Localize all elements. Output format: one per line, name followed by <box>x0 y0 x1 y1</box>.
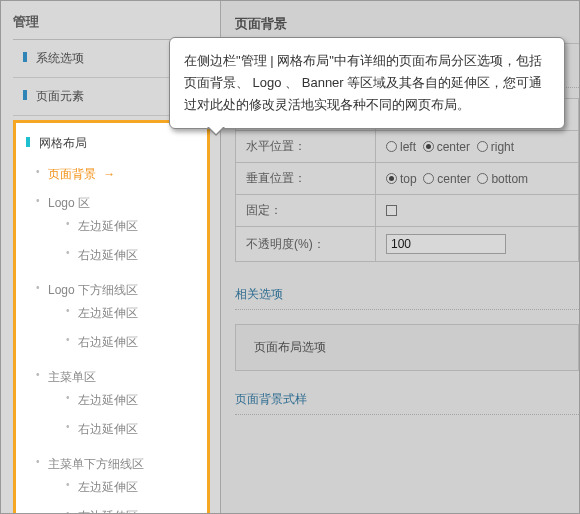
table-row: 垂直位置： top center bottom <box>236 163 579 195</box>
option-label: top <box>400 172 417 186</box>
tree-item-logo-area[interactable]: Logo 区 左边延伸区 右边延伸区 <box>34 189 199 276</box>
tree-item[interactable]: 左边延伸区 <box>64 212 199 241</box>
table-row: 水平位置： left center right <box>236 131 579 163</box>
radio-v-bottom[interactable] <box>477 173 488 184</box>
option-label: bottom <box>491 172 528 186</box>
row-value <box>376 195 579 227</box>
sidebar-group-title-row[interactable]: 网格布局 <box>24 129 199 160</box>
tree-item-label: 左边延伸区 <box>78 306 138 320</box>
arrow-right-icon: → <box>103 167 115 181</box>
tree-item-label: 左边延伸区 <box>78 480 138 494</box>
tree-item-label: 主菜单区 <box>48 370 96 384</box>
tree-item-label: 右边延伸区 <box>78 422 138 436</box>
sidebar-title: 管理 <box>13 9 210 40</box>
tree-item-label: 页面背景 <box>48 167 96 181</box>
option-label: left <box>400 140 416 154</box>
row-label: 水平位置： <box>236 131 376 163</box>
checkbox-fixed[interactable] <box>386 205 397 216</box>
bullet-icon <box>26 137 30 147</box>
tree-item-label: 左边延伸区 <box>78 393 138 407</box>
radio-h-left[interactable] <box>386 141 397 152</box>
option-label: center <box>437 172 470 186</box>
radio-v-top[interactable] <box>386 173 397 184</box>
option-label: center <box>437 140 470 154</box>
tree-item-page-background[interactable]: 页面背景 → <box>34 160 199 189</box>
section-title-bg-style: 页面背景式样 <box>235 385 579 415</box>
tree-item-main-menu-area[interactable]: 主菜单区 左边延伸区 右边延伸区 <box>34 363 199 450</box>
tree-item-main-menu-line-area[interactable]: 主菜单下方细线区 左边延伸区 右边延伸区 <box>34 450 199 513</box>
row-value: left center right <box>376 131 579 163</box>
tree-item[interactable]: 左边延伸区 <box>64 473 199 502</box>
related-options-panel: 页面布局选项 <box>235 324 579 371</box>
sidebar-item-label: 系统选项 <box>36 51 84 65</box>
opacity-input[interactable] <box>386 234 506 254</box>
tree-item[interactable]: 右边延伸区 <box>64 502 199 513</box>
tree-item-label: 右边延伸区 <box>78 248 138 262</box>
tree-item[interactable]: 右边延伸区 <box>64 328 199 357</box>
row-label: 固定： <box>236 195 376 227</box>
section-title-related: 相关选项 <box>235 280 579 310</box>
tree-item-label: 主菜单下方细线区 <box>48 457 144 471</box>
help-tooltip: 在侧边栏"管理 | 网格布局"中有详细的页面布局分区选项，包括页面背景、 Log… <box>169 37 565 129</box>
row-label: 不透明度(%)： <box>236 227 376 262</box>
tree-item-logo-line-area[interactable]: Logo 下方细线区 左边延伸区 右边延伸区 <box>34 276 199 363</box>
table-row: 固定： <box>236 195 579 227</box>
row-label: 垂直位置： <box>236 163 376 195</box>
tree-item[interactable]: 左边延伸区 <box>64 386 199 415</box>
tree-item-label: 右边延伸区 <box>78 509 138 513</box>
option-label: right <box>491 140 514 154</box>
sidebar-item-label: 页面元素 <box>36 89 84 103</box>
bullet-icon <box>23 90 27 100</box>
tooltip-text: 在侧边栏"管理 | 网格布局"中有详细的页面布局分区选项，包括页面背景、 Log… <box>184 53 542 112</box>
table-row: 不透明度(%)： <box>236 227 579 262</box>
bullet-icon <box>23 52 27 62</box>
tree-item-label: Logo 下方细线区 <box>48 283 138 297</box>
radio-h-center[interactable] <box>423 141 434 152</box>
sidebar-group-grid-layout: 网格布局 页面背景 → Logo 区 左边延伸区 右边延伸区 <box>13 120 210 513</box>
sidebar-tree: 页面背景 → Logo 区 左边延伸区 右边延伸区 Logo 下方细线区 左边 <box>24 160 199 513</box>
tree-item-label: Logo 区 <box>48 196 90 210</box>
row-value <box>376 227 579 262</box>
page-layout-options-button[interactable]: 页面布局选项 <box>254 340 326 354</box>
row-value: top center bottom <box>376 163 579 195</box>
sidebar-group-title: 网格布局 <box>39 136 87 150</box>
tree-item[interactable]: 右边延伸区 <box>64 415 199 444</box>
radio-h-right[interactable] <box>477 141 488 152</box>
tree-item[interactable]: 左边延伸区 <box>64 299 199 328</box>
radio-v-center[interactable] <box>423 173 434 184</box>
tree-item-label: 左边延伸区 <box>78 219 138 233</box>
tree-item[interactable]: 右边延伸区 <box>64 241 199 270</box>
tree-item-label: 右边延伸区 <box>78 335 138 349</box>
